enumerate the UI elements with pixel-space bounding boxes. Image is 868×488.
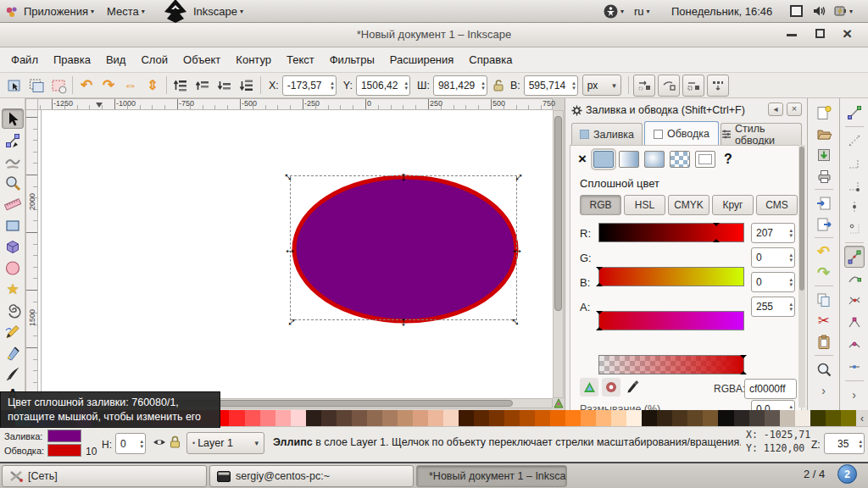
horizontal-ruler[interactable]: -1250 -1000 -750 -500 -250 0 250 500 750: [38, 98, 553, 110]
slider-a[interactable]: [598, 355, 744, 374]
minimize-button[interactable]: [787, 34, 797, 36]
applications-menu[interactable]: Приложения ▾: [5, 0, 94, 23]
palette-swatch[interactable]: [611, 410, 626, 426]
eyedropper-icon[interactable]: [626, 376, 641, 393]
layer-visibility-icon[interactable]: [153, 436, 166, 448]
affect-gradients-toggle[interactable]: [682, 75, 704, 97]
slider-b[interactable]: [598, 311, 744, 330]
menu-object[interactable]: Объект: [175, 48, 228, 71]
tool-spiral[interactable]: [2, 300, 24, 320]
scale-handle-s[interactable]: ↕: [400, 314, 407, 327]
snap-nodes-button[interactable]: [844, 246, 865, 268]
paint-pattern-button[interactable]: [670, 151, 690, 168]
battery-indicator[interactable]: ▾: [834, 5, 853, 17]
palette-swatch[interactable]: [459, 410, 474, 426]
menu-text[interactable]: Текст: [279, 48, 322, 71]
palette-scroll-left[interactable]: ‹: [856, 410, 868, 426]
color-managed-icon[interactable]: [580, 378, 598, 396]
dialog-scrollbar[interactable]: [798, 145, 805, 408]
tool-zoom[interactable]: [2, 173, 24, 193]
palette-swatch[interactable]: [504, 410, 520, 426]
height-field[interactable]: 595,714 ▴▾: [524, 75, 578, 96]
dialog-dock-button[interactable]: ◂: [768, 103, 783, 116]
slider-marker[interactable]: [713, 223, 720, 242]
layer-lock-icon[interactable]: [170, 435, 181, 448]
export-button[interactable]: [812, 214, 836, 235]
paint-linear-gradient-button[interactable]: [619, 151, 639, 168]
palette-swatch[interactable]: [672, 410, 687, 426]
palette-swatch[interactable]: [306, 410, 321, 426]
undo-button[interactable]: ↶: [812, 241, 836, 262]
scale-handle-n[interactable]: ↕: [400, 169, 407, 182]
print-button[interactable]: [812, 165, 836, 186]
palette-swatch[interactable]: [581, 410, 596, 426]
menu-view[interactable]: Вид: [98, 48, 134, 71]
menu-filters[interactable]: Фильтры: [322, 48, 382, 71]
fill-color-swatch[interactable]: [47, 430, 81, 442]
snap-smooth-node-button[interactable]: [844, 334, 865, 356]
opacity-spinner[interactable]: 0▴▾: [115, 433, 146, 454]
slider-b-spin[interactable]: 0▴▾: [751, 272, 795, 292]
palette-swatch[interactable]: [642, 410, 657, 426]
scale-handle-e[interactable]: ↔: [511, 242, 524, 255]
snap-cusp-node-button[interactable]: [844, 312, 865, 334]
lower-to-bottom-button[interactable]: [236, 75, 258, 97]
palette-swatch[interactable]: [596, 410, 611, 426]
maximize-button[interactable]: [815, 29, 825, 38]
menu-path[interactable]: Контур: [228, 48, 279, 71]
close-button[interactable]: ×: [843, 25, 852, 43]
palette-swatch[interactable]: [474, 410, 489, 426]
palette-swatch[interactable]: [687, 410, 703, 426]
palette-swatch[interactable]: [275, 410, 291, 426]
tool-ellipse[interactable]: [2, 258, 24, 278]
tool-pen[interactable]: [2, 363, 24, 384]
palette-swatch[interactable]: [765, 410, 780, 426]
palette-swatch[interactable]: [367, 410, 382, 426]
palette-swatch[interactable]: [626, 410, 642, 426]
cms-adjust-icon[interactable]: [554, 398, 564, 408]
places-menu[interactable]: Места ▾: [107, 0, 145, 23]
raise-button[interactable]: [192, 75, 214, 97]
rotate-cw-button[interactable]: ↷: [97, 75, 120, 97]
snap-bbox-button[interactable]: [844, 130, 865, 152]
mode-tab-rgb[interactable]: RGB: [580, 195, 621, 215]
tool-pencil[interactable]: [2, 321, 24, 341]
deselect-button[interactable]: [47, 75, 70, 97]
paint-flat-button[interactable]: [593, 151, 614, 168]
keyboard-layout-indicator[interactable]: ru ▾: [634, 0, 650, 23]
x-field[interactable]: -173,57 ▴▾: [282, 75, 337, 96]
paste-button[interactable]: [812, 331, 836, 352]
new-document-button[interactable]: [812, 102, 836, 123]
menu-help[interactable]: Справка: [461, 48, 520, 71]
lower-button[interactable]: [214, 75, 236, 97]
taskbar-item-inkscape[interactable]: *Новый документ 1 – Inkscape: [416, 465, 567, 487]
tool-star[interactable]: ★: [2, 279, 24, 299]
palette-swatch[interactable]: [398, 410, 413, 426]
slider-g[interactable]: [598, 267, 744, 286]
palette-swatch[interactable]: [428, 410, 443, 426]
rotate-ccw-button[interactable]: ↶: [75, 75, 97, 97]
taskbar-item-network[interactable]: [Сеть]: [2, 465, 207, 487]
palette-swatch[interactable]: [550, 410, 565, 426]
import-button[interactable]: [812, 192, 836, 214]
scale-handle-w[interactable]: ↔: [284, 242, 297, 255]
width-spinner[interactable]: ▴▾: [481, 80, 485, 91]
affect-rounding-toggle[interactable]: [658, 75, 680, 97]
palette-swatch[interactable]: [657, 410, 672, 426]
affect-patterns-toggle[interactable]: [707, 75, 729, 97]
workspace-pager[interactable]: 2 / 4: [804, 468, 825, 480]
palette-swatch[interactable]: [749, 410, 765, 426]
select-all-layers-button[interactable]: [25, 75, 47, 97]
window-list-icon[interactable]: [790, 5, 804, 18]
zoom-spinner[interactable]: 35▴▾: [824, 433, 865, 454]
flip-horizontal-button[interactable]: ⇔: [120, 75, 142, 97]
tab-fill[interactable]: Заливка: [571, 123, 643, 145]
tab-stroke-paint[interactable]: Обводка: [644, 121, 719, 146]
palette-swatch[interactable]: [795, 410, 810, 426]
tool-3dbox[interactable]: [2, 236, 24, 257]
mode-tab-cms[interactable]: CMS: [756, 195, 798, 215]
palette-swatch[interactable]: [291, 410, 306, 426]
tool-selector[interactable]: [2, 108, 24, 129]
palette-swatch[interactable]: [520, 410, 535, 426]
palette-swatch[interactable]: [229, 410, 244, 426]
